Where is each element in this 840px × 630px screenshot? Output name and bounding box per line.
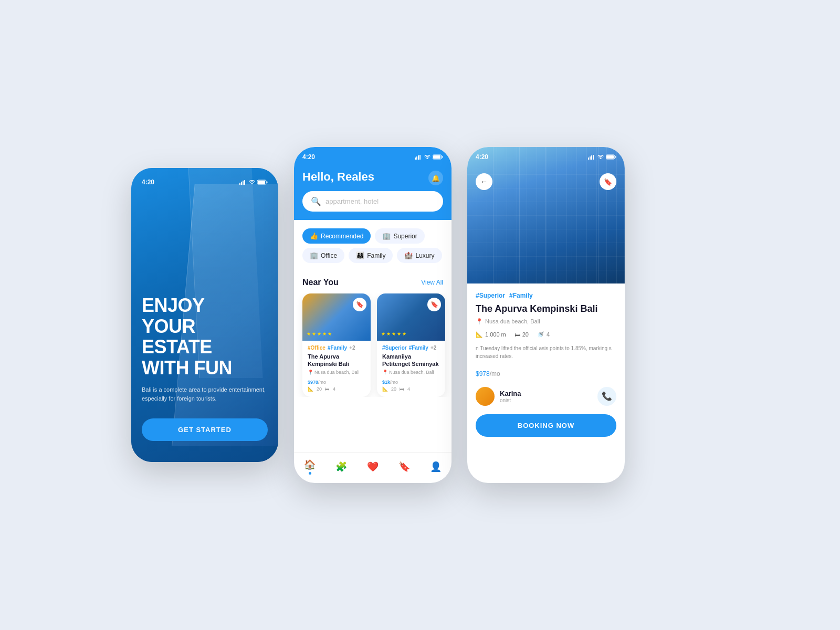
card-tag-extra-1: +2 [349,345,355,351]
superior-icon: 🏢 [382,232,391,240]
agent-role: onist [500,397,521,403]
area-icon-1: 📐 [308,386,313,392]
back-button[interactable]: ← [476,173,492,190]
rooms-stat: 🛏 20 [514,331,529,338]
card-image-2: 🔖 ★★★★★ [377,293,445,341]
agent-info: Karina onist [476,387,521,406]
card-tags-1: #Office #Family +2 [308,345,365,351]
near-you-title: Near You [302,278,339,287]
card-name-2: Kamaniiya Petitenget Seminyak [382,353,440,368]
nav-profile[interactable]: 👤 [430,461,442,472]
splash-time: 4:20 [142,178,154,186]
agent-name: Karina [500,390,521,397]
splash-status-bar: 4:20 [142,178,268,186]
phone-detail: 4:20 ← 🔖 #Superior #Family The Apurva [467,147,625,483]
room-icon-2: 🛏 [400,386,404,392]
card-stars-2: ★★★★★ [381,331,406,337]
detail-hashtag-1: #Superior [476,292,505,299]
card-name-1: The Apurva Kempinski Bali [308,353,365,368]
tag-office[interactable]: 🏢 Office [302,248,344,263]
nav-home[interactable]: 🏠 [304,459,316,475]
bookmark-nav-icon: 🔖 [398,461,410,472]
bottom-nav: 🏠 🧩 ❤️ 🔖 👤 [294,452,452,483]
card-stars-1: ★★★★★ [307,331,332,337]
detail-location: 📍 Nusa dua beach, Bali [476,318,616,325]
card-body-2: #Superior #Family +2 Kamaniiya Petitenge… [377,341,445,397]
search-nav-icon: 🧩 [335,461,347,472]
property-card-2[interactable]: 🔖 ★★★★★ #Superior #Family +2 Kamaniiya P… [377,293,445,397]
call-agent-button[interactable]: 📞 [597,387,616,406]
recommended-icon: 👍 [310,232,318,240]
home-top-bar: 4:20 Hello, Reales 🔔 🔍 appartment, hotel [294,147,452,220]
area-stat-icon: 📐 [476,331,483,338]
card-tag-family: #Family [328,345,347,351]
card-tag-extra-2: +2 [430,345,436,351]
booking-button[interactable]: BOOKING NOW [476,414,616,437]
location-pin-icon-2: 📍 [382,370,388,375]
tag-luxury[interactable]: 🏰 Luxury [397,248,442,263]
svg-rect-14 [588,158,589,160]
svg-rect-7 [415,158,416,160]
detail-hashtag-2: #Family [509,292,533,299]
signal-icon [239,180,247,185]
svg-rect-13 [442,156,443,158]
property-cards-row: 🔖 ★★★★★ #Office #Family +2 The Apurva Ke… [294,293,452,397]
view-all-button[interactable]: View All [421,279,443,286]
home-greeting: Hello, Reales [302,170,374,184]
search-input[interactable]: appartment, hotel [326,197,379,205]
luxury-icon: 🏰 [404,251,413,259]
card-bookmark-2[interactable]: 🔖 [427,298,441,311]
nav-search[interactable]: 🧩 [335,461,347,472]
detail-time: 4:20 [476,153,488,161]
wifi-icon-home [424,155,430,160]
svg-rect-15 [590,156,591,160]
detail-location-pin-icon: 📍 [476,318,483,325]
svg-rect-8 [416,156,417,160]
room-icon-1: 🛏 [325,386,330,392]
tag-family[interactable]: 👨‍👩‍👧 Family [349,248,393,263]
family-icon: 👨‍👩‍👧 [356,251,364,259]
nav-saved[interactable]: 🔖 [398,461,410,472]
property-card-1[interactable]: 🔖 ★★★★★ #Office #Family +2 The Apurva Ke… [302,293,371,397]
tag-row-2: 🏢 Office 👨‍👩‍👧 Family 🏰 Luxury [302,248,443,263]
get-started-button[interactable]: GET STARTED [142,418,268,441]
card-meta-2: 📐 20 🛏 4 [382,386,440,392]
svg-rect-3 [244,180,245,185]
home-status-bar: 4:20 [302,153,443,161]
tag-superior[interactable]: 🏢 Superior [375,228,424,244]
svg-rect-9 [418,155,419,160]
phone-home: 4:20 Hello, Reales 🔔 🔍 appartment, hotel [294,147,452,483]
detail-status-bar: 4:20 [476,153,616,161]
detail-bookmark-button[interactable]: 🔖 [600,173,616,190]
area-icon-2: 📐 [382,386,388,392]
detail-status-bar-container: 4:20 [467,147,625,165]
svg-rect-0 [239,183,240,185]
bath-stat-icon: 🚿 [537,331,544,338]
card-tag-family-2: #Family [409,345,428,351]
tag-recommended[interactable]: 👍 Recommended [302,228,371,244]
notification-button[interactable]: 🔔 [428,171,443,185]
svg-rect-5 [258,181,265,184]
area-stat: 📐 1.000 m [476,331,506,338]
battery-icon-detail [606,154,616,160]
card-price-2: $1k/mo [382,378,440,385]
detail-hashtags: #Superior #Family [476,292,616,299]
rooms-stat-icon: 🛏 [514,331,520,338]
phone-splash: 4:20 ENJOY YOUR ESTATE WITH FUN Bali is … [131,168,278,462]
svg-rect-6 [267,182,268,183]
scene: 4:20 ENJOY YOUR ESTATE WITH FUN Bali is … [131,147,709,483]
home-status-icons [415,154,443,160]
svg-rect-12 [433,155,440,159]
svg-rect-19 [606,155,614,159]
heart-nav-icon: ❤️ [367,461,379,472]
card-image-1: 🔖 ★★★★★ [302,293,371,341]
nav-favorites[interactable]: ❤️ [367,461,379,472]
signal-icon-detail [588,155,595,160]
card-bookmark-1[interactable]: 🔖 [353,298,366,311]
battery-icon [257,180,268,185]
card-body-1: #Office #Family +2 The Apurva Kempinski … [302,341,371,397]
search-bar[interactable]: 🔍 appartment, hotel [302,191,443,212]
tag-row-1: 👍 Recommended 🏢 Superior [302,228,443,244]
agent-details: Karina onist [500,390,521,403]
detail-property-name: The Apurva Kempinski Bali [476,303,616,315]
